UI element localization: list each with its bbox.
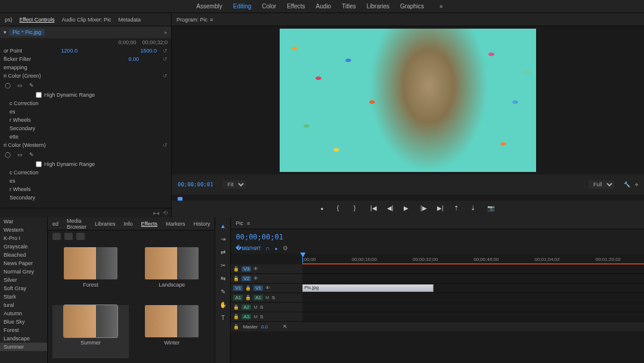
ripple-edit-tool-icon[interactable]: ⇄: [218, 247, 228, 257]
tab-media-browser[interactable]: Media Browser: [67, 218, 86, 230]
track-a2[interactable]: [302, 303, 644, 312]
filter-badge-icon[interactable]: [52, 233, 61, 240]
chevron-down-icon[interactable]: ▾: [4, 29, 7, 35]
rect-mask-icon[interactable]: ▭: [16, 150, 24, 159]
expand-icon[interactable]: ⇱: [283, 324, 287, 330]
pen-mask-icon[interactable]: ✎: [27, 81, 36, 90]
track-select-tool-icon[interactable]: ⇥: [218, 234, 228, 244]
track-header-v1[interactable]: V1🔒V1👁: [231, 284, 302, 293]
tab-audio[interactable]: Audio: [316, 3, 332, 10]
hdr-checkbox[interactable]: [36, 92, 42, 98]
list-item[interactable]: tural: [0, 301, 47, 309]
type-tool-icon[interactable]: T: [218, 313, 228, 322]
prop-vignette[interactable]: ette: [10, 134, 18, 140]
list-item[interactable]: Normal Grey: [0, 267, 47, 276]
ellipse-mask-icon[interactable]: ◯: [4, 150, 12, 159]
prop-correction[interactable]: c Correction: [10, 100, 39, 106]
track-header-v2[interactable]: 🔒V2👁: [231, 274, 302, 283]
source-patch[interactable]: A1: [233, 295, 243, 300]
tab-assembly[interactable]: Assembly: [196, 3, 222, 10]
prop-secondary-2[interactable]: Secondary: [10, 195, 35, 201]
list-item[interactable]: War: [0, 217, 47, 226]
fit-dropdown[interactable]: Fit: [223, 180, 246, 189]
step-back-icon[interactable]: ◀|: [387, 205, 395, 213]
master-track[interactable]: 🔒Master0.0⇱: [231, 322, 644, 331]
prop-correction-2[interactable]: c Correction: [10, 170, 39, 176]
lock-icon[interactable]: 🔒: [233, 314, 239, 319]
list-item[interactable]: Landscape: [0, 334, 47, 343]
solo-button[interactable]: S: [272, 295, 275, 300]
program-timecode[interactable]: 00;00;00;01: [178, 182, 213, 187]
list-item[interactable]: Forest: [0, 326, 47, 334]
clip-name[interactable]: Pic * Pic.jpg: [9, 29, 45, 36]
list-item[interactable]: Grayscale: [0, 242, 47, 251]
list-item[interactable]: Silver: [0, 276, 47, 284]
clip[interactable]: Pic.jpg: [302, 284, 434, 292]
lock-icon[interactable]: 🔒: [233, 266, 239, 272]
list-item[interactable]: Blue Sky: [0, 318, 47, 326]
reset-icon[interactable]: ↺: [163, 48, 168, 54]
add-marker-icon[interactable]: ⬥: [320, 205, 329, 213]
mark-out-icon[interactable]: }: [354, 205, 362, 213]
ellipse-mask-icon[interactable]: ◯: [4, 81, 12, 90]
tab-project[interactable]: ed: [52, 221, 58, 227]
pen-mask-icon[interactable]: ✎: [27, 150, 36, 159]
more-workspaces-icon[interactable]: »: [435, 3, 448, 10]
tab-metadata[interactable]: Metadata: [118, 17, 141, 23]
prop-wheels-2[interactable]: r Wheels: [10, 186, 31, 192]
tab-libraries[interactable]: Libraries: [95, 221, 116, 227]
preset-winter[interactable]: Winter: [134, 305, 210, 358]
zoom-dropdown[interactable]: Full: [589, 180, 614, 189]
solo-button[interactable]: S: [260, 314, 263, 319]
tab-editing[interactable]: Editing: [233, 3, 252, 10]
mute-button[interactable]: M: [253, 314, 258, 319]
linked-selection-icon[interactable]: ∩: [265, 245, 270, 251]
track-v2[interactable]: [302, 274, 644, 283]
tab-markers[interactable]: Markers: [166, 221, 185, 227]
preset-summer[interactable]: Summer: [52, 305, 129, 358]
rect-mask-icon[interactable]: ▭: [16, 81, 24, 90]
tab-effects-browser[interactable]: Effects: [141, 221, 157, 227]
step-forward-icon[interactable]: |▶: [420, 205, 429, 213]
track-v1[interactable]: Pic.jpg: [302, 284, 644, 293]
track-a1[interactable]: [302, 293, 644, 302]
tab-info[interactable]: Info: [124, 221, 133, 227]
list-item[interactable]: Soft Gray: [0, 284, 47, 293]
eye-icon[interactable]: 👁: [253, 276, 258, 281]
list-item[interactable]: Autumn: [0, 309, 47, 318]
tab-color[interactable]: Color: [262, 3, 276, 10]
playhead[interactable]: [302, 254, 303, 264]
panel-menu-icon[interactable]: ≡: [247, 220, 250, 226]
reset-icon[interactable]: ↺: [163, 73, 168, 79]
tab-titles[interactable]: Titles: [342, 3, 356, 10]
preset-landscape[interactable]: Landscape: [134, 247, 210, 300]
track-header-a3[interactable]: 🔒A3MS: [231, 312, 302, 321]
prop-curves[interactable]: es: [10, 109, 16, 115]
slip-tool-icon[interactable]: ⇆: [218, 273, 228, 283]
anchor-x[interactable]: 1200.0: [61, 48, 78, 54]
razor-tool-icon[interactable]: ✂: [218, 260, 228, 270]
prop-remapping[interactable]: emapping: [4, 64, 27, 70]
tab-graphics[interactable]: Graphics: [400, 3, 424, 10]
lock-icon[interactable]: 🔒: [245, 295, 251, 300]
go-start-icon[interactable]: ▸◂: [153, 210, 159, 216]
play-icon[interactable]: ▶: [404, 205, 412, 213]
filter-badge-icon[interactable]: [64, 233, 73, 240]
lock-icon[interactable]: 🔒: [233, 276, 239, 281]
eye-icon[interactable]: 👁: [265, 285, 270, 291]
reset-icon[interactable]: ↺: [163, 142, 168, 148]
prop-anchor-point[interactable]: or Point: [4, 48, 22, 54]
pen-tool-icon[interactable]: ✎: [218, 287, 228, 296]
source-patch[interactable]: V1: [233, 285, 243, 291]
wrench-icon[interactable]: 🔧: [624, 182, 630, 187]
master-level[interactable]: 0.0: [261, 324, 268, 330]
playhead-indicator[interactable]: [178, 197, 182, 201]
flicker-val[interactable]: 0.00: [128, 56, 139, 62]
list-item[interactable]: Bleached: [0, 251, 47, 259]
prop-tri-color-green[interactable]: ri Color (Green): [4, 73, 41, 79]
track-header-a2[interactable]: 🔒A2MS: [231, 303, 302, 312]
effect-properties-list[interactable]: or Point1200.01500.0↺ flicker Filter0.00…: [0, 47, 171, 208]
list-item[interactable]: K-Pro I: [0, 234, 47, 242]
settings-icon[interactable]: ⚙: [283, 245, 288, 251]
tab-effects[interactable]: Effects: [287, 3, 305, 10]
